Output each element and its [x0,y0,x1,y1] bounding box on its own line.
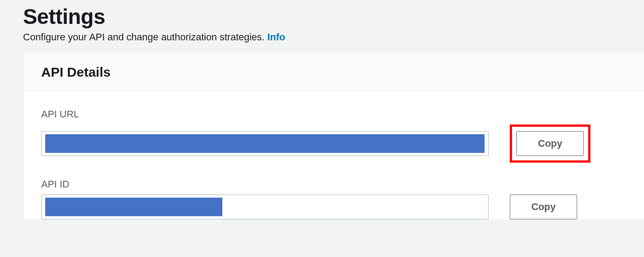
api-url-input[interactable] [41,131,489,156]
page-title: Settings [23,4,644,29]
api-id-input[interactable] [41,195,489,219]
api-url-field: API URL Copy [41,109,626,163]
api-url-label: API URL [41,109,626,120]
api-id-row: Copy [41,195,626,219]
subtitle-text: Configure your API and change authorizat… [23,31,264,43]
copy-url-highlight: Copy [510,125,590,163]
page-header: Settings Configure your API and change a… [0,0,644,52]
panel-body: API URL Copy API ID Copy [23,92,644,219]
api-details-panel: API Details API URL Copy API ID [23,52,644,219]
copy-url-button[interactable]: Copy [516,131,584,156]
page-subtitle: Configure your API and change authorizat… [23,31,644,43]
api-url-row: Copy [41,125,626,163]
api-id-value-redacted [45,198,222,216]
info-link[interactable]: Info [268,31,285,43]
panel-header: API Details [23,52,644,92]
api-id-label: API ID [41,179,626,190]
panel-title: API Details [41,65,626,80]
api-id-field: API ID Copy [41,179,626,219]
copy-id-button[interactable]: Copy [510,195,577,219]
api-url-value-redacted [45,134,485,153]
settings-page: Settings Configure your API and change a… [0,0,644,219]
